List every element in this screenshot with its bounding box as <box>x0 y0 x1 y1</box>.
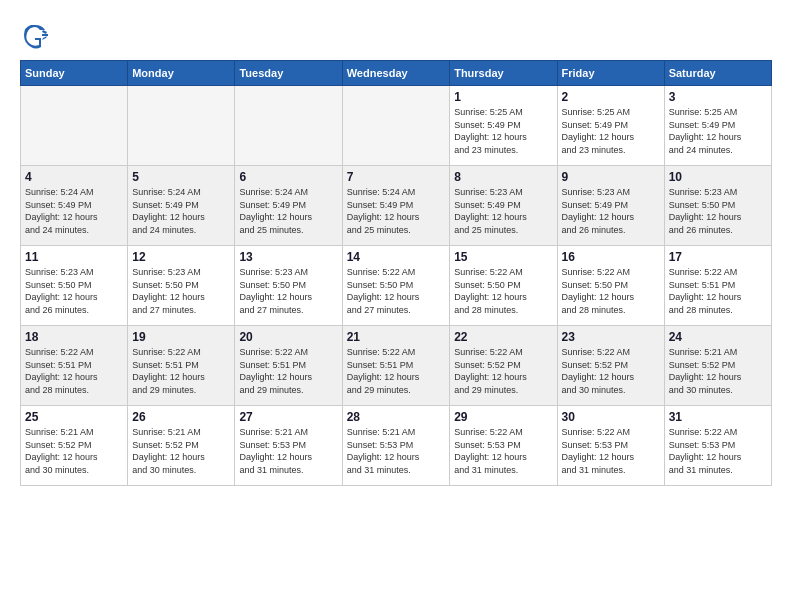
day-info: Sunrise: 5:22 AM Sunset: 5:52 PM Dayligh… <box>454 346 552 396</box>
calendar-cell: 23Sunrise: 5:22 AM Sunset: 5:52 PM Dayli… <box>557 326 664 406</box>
column-header-tuesday: Tuesday <box>235 61 342 86</box>
day-info: Sunrise: 5:21 AM Sunset: 5:53 PM Dayligh… <box>239 426 337 476</box>
day-info: Sunrise: 5:23 AM Sunset: 5:50 PM Dayligh… <box>25 266 123 316</box>
day-number: 29 <box>454 410 552 424</box>
day-number: 1 <box>454 90 552 104</box>
calendar-week-row: 4Sunrise: 5:24 AM Sunset: 5:49 PM Daylig… <box>21 166 772 246</box>
day-info: Sunrise: 5:22 AM Sunset: 5:52 PM Dayligh… <box>562 346 660 396</box>
calendar-cell: 22Sunrise: 5:22 AM Sunset: 5:52 PM Dayli… <box>450 326 557 406</box>
day-number: 2 <box>562 90 660 104</box>
calendar-cell: 21Sunrise: 5:22 AM Sunset: 5:51 PM Dayli… <box>342 326 449 406</box>
day-number: 18 <box>25 330 123 344</box>
column-header-sunday: Sunday <box>21 61 128 86</box>
day-info: Sunrise: 5:21 AM Sunset: 5:52 PM Dayligh… <box>669 346 767 396</box>
calendar-cell: 19Sunrise: 5:22 AM Sunset: 5:51 PM Dayli… <box>128 326 235 406</box>
day-number: 15 <box>454 250 552 264</box>
column-header-wednesday: Wednesday <box>342 61 449 86</box>
calendar-cell: 9Sunrise: 5:23 AM Sunset: 5:49 PM Daylig… <box>557 166 664 246</box>
calendar-week-row: 11Sunrise: 5:23 AM Sunset: 5:50 PM Dayli… <box>21 246 772 326</box>
day-number: 24 <box>669 330 767 344</box>
calendar-cell: 25Sunrise: 5:21 AM Sunset: 5:52 PM Dayli… <box>21 406 128 486</box>
day-number: 23 <box>562 330 660 344</box>
calendar-cell: 14Sunrise: 5:22 AM Sunset: 5:50 PM Dayli… <box>342 246 449 326</box>
day-number: 3 <box>669 90 767 104</box>
logo <box>20 20 54 50</box>
day-number: 25 <box>25 410 123 424</box>
page-header <box>20 20 772 50</box>
calendar-week-row: 25Sunrise: 5:21 AM Sunset: 5:52 PM Dayli… <box>21 406 772 486</box>
day-info: Sunrise: 5:24 AM Sunset: 5:49 PM Dayligh… <box>347 186 445 236</box>
calendar-cell <box>21 86 128 166</box>
calendar-cell: 20Sunrise: 5:22 AM Sunset: 5:51 PM Dayli… <box>235 326 342 406</box>
day-info: Sunrise: 5:21 AM Sunset: 5:52 PM Dayligh… <box>25 426 123 476</box>
day-number: 19 <box>132 330 230 344</box>
day-info: Sunrise: 5:25 AM Sunset: 5:49 PM Dayligh… <box>454 106 552 156</box>
calendar-cell: 3Sunrise: 5:25 AM Sunset: 5:49 PM Daylig… <box>664 86 771 166</box>
calendar-cell: 12Sunrise: 5:23 AM Sunset: 5:50 PM Dayli… <box>128 246 235 326</box>
column-header-saturday: Saturday <box>664 61 771 86</box>
calendar-cell: 13Sunrise: 5:23 AM Sunset: 5:50 PM Dayli… <box>235 246 342 326</box>
calendar-cell: 8Sunrise: 5:23 AM Sunset: 5:49 PM Daylig… <box>450 166 557 246</box>
calendar-header-row: SundayMondayTuesdayWednesdayThursdayFrid… <box>21 61 772 86</box>
day-number: 28 <box>347 410 445 424</box>
day-info: Sunrise: 5:23 AM Sunset: 5:49 PM Dayligh… <box>562 186 660 236</box>
day-number: 21 <box>347 330 445 344</box>
day-info: Sunrise: 5:23 AM Sunset: 5:50 PM Dayligh… <box>239 266 337 316</box>
calendar-cell: 7Sunrise: 5:24 AM Sunset: 5:49 PM Daylig… <box>342 166 449 246</box>
calendar-cell: 28Sunrise: 5:21 AM Sunset: 5:53 PM Dayli… <box>342 406 449 486</box>
day-number: 7 <box>347 170 445 184</box>
calendar-cell <box>342 86 449 166</box>
day-info: Sunrise: 5:24 AM Sunset: 5:49 PM Dayligh… <box>132 186 230 236</box>
calendar-cell: 10Sunrise: 5:23 AM Sunset: 5:50 PM Dayli… <box>664 166 771 246</box>
calendar-cell: 16Sunrise: 5:22 AM Sunset: 5:50 PM Dayli… <box>557 246 664 326</box>
day-number: 6 <box>239 170 337 184</box>
calendar-cell: 29Sunrise: 5:22 AM Sunset: 5:53 PM Dayli… <box>450 406 557 486</box>
calendar-cell: 30Sunrise: 5:22 AM Sunset: 5:53 PM Dayli… <box>557 406 664 486</box>
day-info: Sunrise: 5:23 AM Sunset: 5:50 PM Dayligh… <box>132 266 230 316</box>
day-number: 4 <box>25 170 123 184</box>
day-info: Sunrise: 5:22 AM Sunset: 5:53 PM Dayligh… <box>669 426 767 476</box>
day-number: 16 <box>562 250 660 264</box>
day-info: Sunrise: 5:22 AM Sunset: 5:51 PM Dayligh… <box>132 346 230 396</box>
day-number: 8 <box>454 170 552 184</box>
calendar-cell: 27Sunrise: 5:21 AM Sunset: 5:53 PM Dayli… <box>235 406 342 486</box>
day-number: 13 <box>239 250 337 264</box>
calendar-cell: 5Sunrise: 5:24 AM Sunset: 5:49 PM Daylig… <box>128 166 235 246</box>
day-info: Sunrise: 5:22 AM Sunset: 5:53 PM Dayligh… <box>562 426 660 476</box>
day-number: 30 <box>562 410 660 424</box>
calendar-cell: 18Sunrise: 5:22 AM Sunset: 5:51 PM Dayli… <box>21 326 128 406</box>
day-info: Sunrise: 5:22 AM Sunset: 5:51 PM Dayligh… <box>347 346 445 396</box>
calendar-cell: 1Sunrise: 5:25 AM Sunset: 5:49 PM Daylig… <box>450 86 557 166</box>
calendar-cell: 2Sunrise: 5:25 AM Sunset: 5:49 PM Daylig… <box>557 86 664 166</box>
day-number: 11 <box>25 250 123 264</box>
day-info: Sunrise: 5:22 AM Sunset: 5:51 PM Dayligh… <box>25 346 123 396</box>
day-number: 17 <box>669 250 767 264</box>
day-info: Sunrise: 5:24 AM Sunset: 5:49 PM Dayligh… <box>25 186 123 236</box>
day-info: Sunrise: 5:22 AM Sunset: 5:50 PM Dayligh… <box>454 266 552 316</box>
column-header-thursday: Thursday <box>450 61 557 86</box>
day-info: Sunrise: 5:22 AM Sunset: 5:50 PM Dayligh… <box>347 266 445 316</box>
day-number: 31 <box>669 410 767 424</box>
calendar-cell: 17Sunrise: 5:22 AM Sunset: 5:51 PM Dayli… <box>664 246 771 326</box>
calendar-week-row: 1Sunrise: 5:25 AM Sunset: 5:49 PM Daylig… <box>21 86 772 166</box>
calendar-cell: 31Sunrise: 5:22 AM Sunset: 5:53 PM Dayli… <box>664 406 771 486</box>
day-info: Sunrise: 5:25 AM Sunset: 5:49 PM Dayligh… <box>669 106 767 156</box>
day-info: Sunrise: 5:21 AM Sunset: 5:52 PM Dayligh… <box>132 426 230 476</box>
day-info: Sunrise: 5:21 AM Sunset: 5:53 PM Dayligh… <box>347 426 445 476</box>
day-info: Sunrise: 5:22 AM Sunset: 5:51 PM Dayligh… <box>239 346 337 396</box>
column-header-monday: Monday <box>128 61 235 86</box>
column-header-friday: Friday <box>557 61 664 86</box>
day-number: 14 <box>347 250 445 264</box>
calendar-cell <box>235 86 342 166</box>
day-info: Sunrise: 5:22 AM Sunset: 5:50 PM Dayligh… <box>562 266 660 316</box>
calendar-cell: 15Sunrise: 5:22 AM Sunset: 5:50 PM Dayli… <box>450 246 557 326</box>
day-number: 20 <box>239 330 337 344</box>
day-number: 12 <box>132 250 230 264</box>
day-number: 5 <box>132 170 230 184</box>
day-number: 22 <box>454 330 552 344</box>
calendar-cell: 26Sunrise: 5:21 AM Sunset: 5:52 PM Dayli… <box>128 406 235 486</box>
calendar-table: SundayMondayTuesdayWednesdayThursdayFrid… <box>20 60 772 486</box>
day-info: Sunrise: 5:22 AM Sunset: 5:51 PM Dayligh… <box>669 266 767 316</box>
day-number: 27 <box>239 410 337 424</box>
day-info: Sunrise: 5:23 AM Sunset: 5:50 PM Dayligh… <box>669 186 767 236</box>
